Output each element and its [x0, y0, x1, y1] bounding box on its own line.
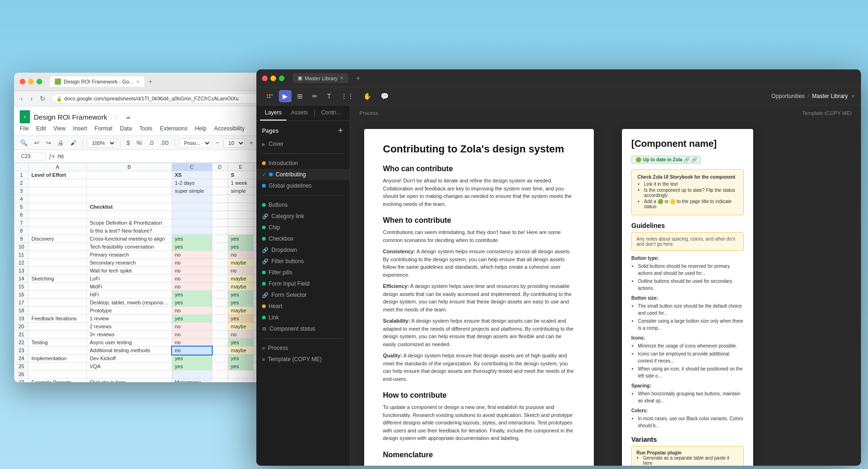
new-tab-button[interactable]: ＋ — [147, 77, 154, 86]
cell-a11[interactable] — [29, 251, 87, 259]
menu-help[interactable]: Help — [195, 125, 207, 132]
cell-d1[interactable] — [212, 171, 228, 179]
format-paint-btn[interactable]: 🖌 — [68, 138, 79, 148]
cell-a24[interactable]: Implementation — [29, 355, 87, 363]
cell-c23-selected[interactable]: no — [172, 347, 212, 355]
redo-btn[interactable]: ↪ — [44, 138, 53, 148]
undo-btn[interactable]: ↩ — [32, 138, 42, 148]
cell-a18[interactable] — [29, 307, 87, 315]
col-header-d[interactable]: D — [212, 163, 228, 171]
menu-file[interactable]: File — [20, 125, 29, 132]
cell-e7[interactable] — [228, 219, 253, 227]
cell-c26[interactable] — [172, 371, 212, 378]
tab-layers[interactable]: Layers — [260, 106, 286, 121]
cell-c21[interactable]: no — [172, 331, 212, 339]
cell-b16[interactable]: HiFi — [87, 291, 172, 299]
cell-a17[interactable] — [29, 299, 87, 307]
cell-d11[interactable] — [212, 251, 228, 259]
page-item-category-link[interactable]: 🔗 Category link — [256, 211, 350, 222]
col-header-a[interactable]: A — [29, 163, 87, 171]
cell-d8[interactable] — [212, 227, 228, 235]
page-item-introduction[interactable]: Introduction — [256, 158, 350, 169]
cell-b1[interactable] — [87, 171, 172, 179]
cell-e25[interactable]: yes — [228, 363, 253, 371]
cell-b3[interactable] — [87, 187, 172, 195]
page-item-filter-pills[interactable]: Filter pills — [256, 267, 350, 278]
cell-c4[interactable] — [172, 195, 212, 203]
breadcrumb-dropdown-icon[interactable]: ▼ — [851, 94, 855, 99]
cell-b11[interactable]: Primary research — [87, 251, 172, 259]
cell-d13[interactable] — [212, 267, 228, 275]
cell-e12[interactable]: maybe — [228, 259, 253, 267]
cell-c3[interactable]: super simple — [172, 187, 212, 195]
cell-e14[interactable]: maybe — [228, 275, 253, 283]
cell-b21[interactable]: 3+ reviews — [87, 331, 172, 339]
cell-c10[interactable]: yes — [172, 243, 212, 251]
cell-d17[interactable] — [212, 299, 228, 307]
cell-b7[interactable]: Scope Definition & Prioritization — [87, 219, 172, 227]
cell-b26[interactable] — [87, 371, 172, 378]
cell-c14[interactable]: no — [172, 275, 212, 283]
cell-d5[interactable] — [212, 203, 228, 211]
cell-c16[interactable]: yes — [172, 291, 212, 299]
cell-e11[interactable]: no — [228, 251, 253, 259]
cell-c8[interactable] — [172, 227, 212, 235]
font-select[interactable]: Proxi... — [179, 138, 211, 148]
cell-c5[interactable] — [172, 203, 212, 211]
sheets-tab[interactable]: 🟩 Design ROI Framework - Go... ✕ — [50, 76, 144, 87]
page-item-form-input[interactable]: Form Input Field — [256, 278, 350, 289]
decimal-more-btn[interactable]: .00 — [158, 138, 171, 148]
cell-a2[interactable] — [29, 179, 87, 187]
cell-b19[interactable]: 1 review — [87, 315, 172, 323]
cell-a19[interactable]: Feedback Iterations — [29, 315, 87, 323]
menu-edit[interactable]: Edit — [36, 125, 46, 132]
cell-c12[interactable]: no — [172, 259, 212, 267]
cell-c13[interactable]: no — [172, 267, 212, 275]
cell-e8[interactable] — [228, 227, 253, 235]
figma-comment-tool[interactable]: 💬 — [377, 90, 392, 102]
menu-tools[interactable]: Tools — [139, 125, 152, 132]
cell-a20[interactable] — [29, 323, 87, 331]
zoom-select[interactable]: 100% — [87, 138, 116, 148]
cell-e2[interactable]: 1 week — [228, 179, 253, 187]
cell-e9[interactable]: yes — [228, 235, 253, 243]
cell-e22[interactable]: yes — [228, 339, 253, 347]
page-item-cover[interactable]: ▶ Cover — [256, 138, 350, 150]
cell-e18[interactable]: maybe — [228, 307, 253, 315]
cell-a15[interactable] — [29, 283, 87, 291]
cell-a7[interactable] — [29, 219, 87, 227]
figma-tab-close[interactable]: ✕ — [340, 76, 344, 81]
page-item-checkbox[interactable]: Checkbox — [256, 233, 350, 244]
cell-a22[interactable]: Testing — [29, 339, 87, 347]
cell-a5[interactable] — [29, 203, 87, 211]
page-item-link[interactable]: Link — [256, 312, 350, 323]
figma-new-tab[interactable]: ＋ — [355, 74, 361, 83]
cell-d23[interactable] — [212, 347, 228, 355]
figma-menu-btn[interactable] — [262, 90, 277, 102]
cell-b18[interactable]: Prototype — [87, 307, 172, 315]
forward-button[interactable]: › — [29, 94, 35, 103]
cell-d16[interactable] — [212, 291, 228, 299]
cell-e3[interactable]: simple — [228, 187, 253, 195]
page-item-component-status[interactable]: ⚙ Component status — [256, 323, 350, 334]
cell-a21[interactable] — [29, 331, 87, 339]
cell-a16[interactable] — [29, 291, 87, 299]
page-item-filter-buttons[interactable]: 🔗 Filter buttons — [256, 256, 350, 267]
cell-d9[interactable] — [212, 235, 228, 243]
cell-a12[interactable] — [29, 259, 87, 267]
close-button[interactable] — [20, 79, 25, 84]
cell-d24[interactable] — [212, 355, 228, 363]
cell-a14[interactable]: Sketching — [29, 275, 87, 283]
cell-b15[interactable]: MidFi — [87, 283, 172, 291]
cell-d19[interactable] — [212, 315, 228, 323]
cell-d3[interactable] — [212, 187, 228, 195]
cell-c6[interactable] — [172, 211, 212, 219]
cell-c24[interactable]: yes — [172, 355, 212, 363]
page-item-global[interactable]: Global guidelines — [256, 180, 350, 191]
cell-c11[interactable]: no — [172, 251, 212, 259]
cell-b23[interactable]: Additional testing methods — [87, 347, 172, 355]
figma-text-tool[interactable]: T — [323, 90, 335, 102]
figma-frame-tool[interactable]: ⊞ — [293, 90, 307, 102]
cell-e4[interactable] — [228, 195, 253, 203]
cell-d20[interactable] — [212, 323, 228, 331]
